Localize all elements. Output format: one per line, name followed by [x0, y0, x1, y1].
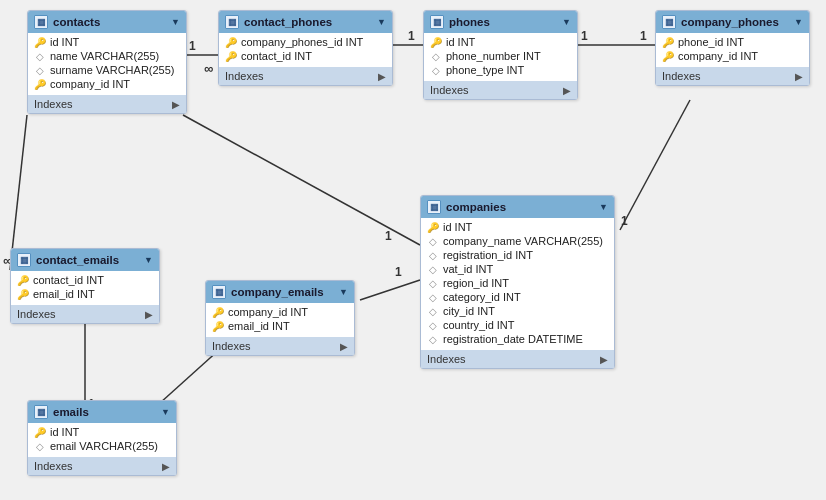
field-row: ◇ registration_id INT	[421, 248, 614, 262]
indexes-arrow: ▶	[340, 341, 348, 352]
dropdown[interactable]: ▼	[144, 255, 153, 265]
table-company-phones[interactable]: ▦ company_phones ▼ 🔑 phone_id INT 🔑 comp…	[655, 10, 810, 86]
dropdown[interactable]: ▼	[377, 17, 386, 27]
field-row: ◇ name VARCHAR(255)	[28, 49, 186, 63]
table-icon: ▦	[212, 285, 226, 299]
fk-icon: 🔑	[212, 320, 224, 332]
indexes-phones[interactable]: Indexes ▶	[424, 81, 577, 99]
dropdown[interactable]: ▼	[339, 287, 348, 297]
field-row: 🔑 contact_id INT	[11, 273, 159, 287]
erd-canvas: 1 ∞ 1 1 1 1 ∞ 1 1 1 1 1 ▦ contacts	[0, 0, 826, 500]
dropdown[interactable]: ▼	[794, 17, 803, 27]
fk-icon: 🔑	[17, 288, 29, 300]
field-icon: ◇	[34, 440, 46, 452]
dropdown[interactable]: ▼	[562, 17, 571, 27]
field-row: ◇ registration_date DATETIME	[421, 332, 614, 346]
field-row: 🔑 company_id INT	[28, 77, 186, 91]
table-phones[interactable]: ▦ phones ▼ 🔑 id INT ◇ phone_number INT ◇…	[423, 10, 578, 100]
field-icon: ◇	[427, 249, 439, 261]
field-row: 🔑 id INT	[28, 425, 176, 439]
table-emails[interactable]: ▦ emails ▼ 🔑 id INT ◇ email VARCHAR(255)…	[27, 400, 177, 476]
table-name-contacts: contacts	[53, 16, 100, 28]
table-name: contact_emails	[36, 254, 119, 266]
svg-line-10	[10, 115, 27, 270]
table-body-contacts: 🔑 id INT ◇ name VARCHAR(255) ◇ surname V…	[28, 33, 186, 93]
field-icon: ◇	[427, 277, 439, 289]
dropdown[interactable]: ▼	[599, 202, 608, 212]
table-body: 🔑 phone_id INT 🔑 company_id INT	[656, 33, 809, 65]
field-row: 🔑 id INT	[424, 35, 577, 49]
svg-text:1: 1	[581, 29, 588, 43]
table-header-contact-phones: ▦ contact_phones ▼	[219, 11, 392, 33]
field-icon: ◇	[34, 64, 46, 76]
table-name: phones	[449, 16, 490, 28]
field-row: ◇ country_id INT	[421, 318, 614, 332]
field-row: 🔑 company_id INT	[656, 49, 809, 63]
indexes-contact-phones[interactable]: Indexes ▶	[219, 67, 392, 85]
indexes-contact-emails[interactable]: Indexes ▶	[11, 305, 159, 323]
table-header-company-emails: ▦ company_emails ▼	[206, 281, 354, 303]
table-body: 🔑 company_phones_id INT 🔑 contact_id INT	[219, 33, 392, 65]
field-icon: ◇	[427, 319, 439, 331]
indexes-company-phones[interactable]: Indexes ▶	[656, 67, 809, 85]
field-row: 🔑 contact_id INT	[219, 49, 392, 63]
indexes-arrow: ▶	[145, 309, 153, 320]
field-icon: ◇	[34, 50, 46, 62]
svg-text:1: 1	[385, 229, 392, 243]
field-row: 🔑 company_id INT	[206, 305, 354, 319]
svg-text:1: 1	[621, 214, 628, 228]
pk-icon: 🔑	[430, 36, 442, 48]
field-icon: ◇	[430, 50, 442, 62]
field-row: ◇ company_name VARCHAR(255)	[421, 234, 614, 248]
pk-icon: 🔑	[34, 426, 46, 438]
field-icon: ◇	[427, 333, 439, 345]
pk-icon: 🔑	[427, 221, 439, 233]
field-icon: ◇	[427, 291, 439, 303]
table-body: 🔑 id INT ◇ phone_number INT ◇ phone_type…	[424, 33, 577, 79]
svg-line-16	[183, 115, 420, 245]
table-name: company_emails	[231, 286, 324, 298]
field-row: 🔑 email_id INT	[11, 287, 159, 301]
field-row: 🔑 email_id INT	[206, 319, 354, 333]
pk-icon: 🔑	[34, 36, 46, 48]
table-name: contact_phones	[244, 16, 332, 28]
table-icon: ▦	[662, 15, 676, 29]
fk-icon: 🔑	[34, 78, 46, 90]
indexes-arrow: ▶	[378, 71, 386, 82]
field-row: 🔑 id INT	[421, 220, 614, 234]
fk-icon: 🔑	[17, 274, 29, 286]
indexes-company-emails[interactable]: Indexes ▶	[206, 337, 354, 355]
indexes-companies[interactable]: Indexes ▶	[421, 350, 614, 368]
svg-text:1: 1	[395, 265, 402, 279]
field-row: ◇ city_id INT	[421, 304, 614, 318]
indexes-arrow: ▶	[563, 85, 571, 96]
field-row: ◇ category_id INT	[421, 290, 614, 304]
indexes-emails[interactable]: Indexes ▶	[28, 457, 176, 475]
indexes-contacts[interactable]: Indexes ▶	[28, 95, 186, 113]
dropdown[interactable]: ▼	[161, 407, 170, 417]
field-row: ◇ phone_type INT	[424, 63, 577, 77]
field-row: 🔑 phone_id INT	[656, 35, 809, 49]
svg-line-20	[620, 100, 690, 230]
table-header-contact-emails: ▦ contact_emails ▼	[11, 249, 159, 271]
table-contacts[interactable]: ▦ contacts ▼ 🔑 id INT ◇ name VARCHAR(255…	[27, 10, 187, 114]
table-body: 🔑 contact_id INT 🔑 email_id INT	[11, 271, 159, 303]
table-name: company_phones	[681, 16, 779, 28]
svg-text:1: 1	[189, 39, 196, 53]
table-header-companies: ▦ companies ▼	[421, 196, 614, 218]
indexes-arrow: ▶	[600, 354, 608, 365]
field-icon: ◇	[427, 263, 439, 275]
field-icon: ◇	[430, 64, 442, 76]
table-companies[interactable]: ▦ companies ▼ 🔑 id INT ◇ company_name VA…	[420, 195, 615, 369]
table-header-company-phones: ▦ company_phones ▼	[656, 11, 809, 33]
field-row: 🔑 id INT	[28, 35, 186, 49]
table-body: 🔑 id INT ◇ company_name VARCHAR(255) ◇ r…	[421, 218, 614, 348]
table-contact-phones[interactable]: ▦ contact_phones ▼ 🔑 company_phones_id I…	[218, 10, 393, 86]
field-row: ◇ email VARCHAR(255)	[28, 439, 176, 453]
table-icon: ▦	[17, 253, 31, 267]
table-header-contacts: ▦ contacts ▼	[28, 11, 186, 33]
dropdown-contacts[interactable]: ▼	[171, 17, 180, 27]
table-contact-emails[interactable]: ▦ contact_emails ▼ 🔑 contact_id INT 🔑 em…	[10, 248, 160, 324]
svg-text:1: 1	[408, 29, 415, 43]
table-company-emails[interactable]: ▦ company_emails ▼ 🔑 company_id INT 🔑 em…	[205, 280, 355, 356]
